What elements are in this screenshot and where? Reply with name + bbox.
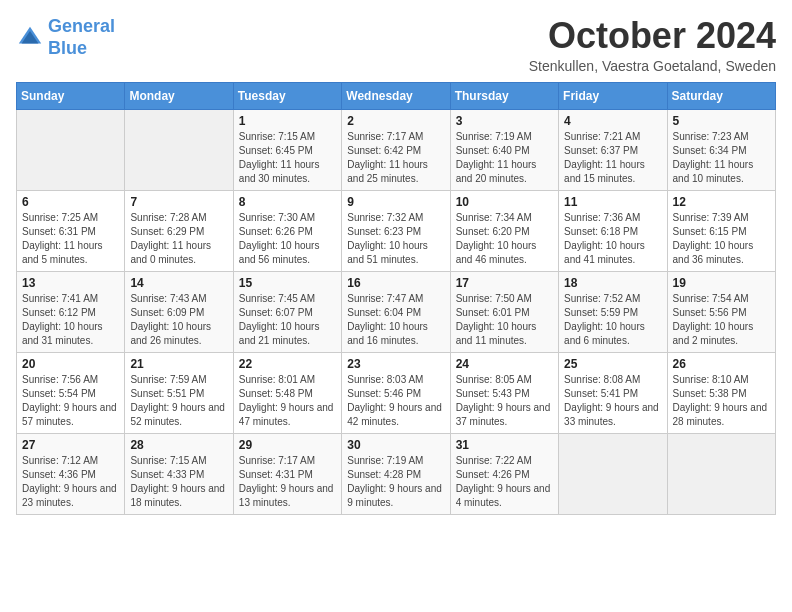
day-detail: Sunrise: 7:12 AMSunset: 4:36 PMDaylight:… — [22, 454, 119, 510]
calendar-cell: 25Sunrise: 8:08 AMSunset: 5:41 PMDayligh… — [559, 352, 667, 433]
logo-line2: Blue — [48, 38, 87, 58]
calendar-cell: 21Sunrise: 7:59 AMSunset: 5:51 PMDayligh… — [125, 352, 233, 433]
calendar-cell: 9Sunrise: 7:32 AMSunset: 6:23 PMDaylight… — [342, 190, 450, 271]
calendar-header-row: SundayMondayTuesdayWednesdayThursdayFrid… — [17, 82, 776, 109]
day-number: 22 — [239, 357, 336, 371]
day-detail: Sunrise: 7:17 AMSunset: 4:31 PMDaylight:… — [239, 454, 336, 510]
day-detail: Sunrise: 7:43 AMSunset: 6:09 PMDaylight:… — [130, 292, 227, 348]
calendar-cell — [667, 433, 775, 514]
day-detail: Sunrise: 8:01 AMSunset: 5:48 PMDaylight:… — [239, 373, 336, 429]
day-detail: Sunrise: 7:45 AMSunset: 6:07 PMDaylight:… — [239, 292, 336, 348]
day-number: 28 — [130, 438, 227, 452]
calendar-cell: 29Sunrise: 7:17 AMSunset: 4:31 PMDayligh… — [233, 433, 341, 514]
day-detail: Sunrise: 7:32 AMSunset: 6:23 PMDaylight:… — [347, 211, 444, 267]
day-detail: Sunrise: 7:15 AMSunset: 4:33 PMDaylight:… — [130, 454, 227, 510]
calendar-week-row: 13Sunrise: 7:41 AMSunset: 6:12 PMDayligh… — [17, 271, 776, 352]
calendar-cell: 20Sunrise: 7:56 AMSunset: 5:54 PMDayligh… — [17, 352, 125, 433]
calendar-cell: 8Sunrise: 7:30 AMSunset: 6:26 PMDaylight… — [233, 190, 341, 271]
logo-line1: General — [48, 16, 115, 36]
day-number: 3 — [456, 114, 553, 128]
calendar-cell: 7Sunrise: 7:28 AMSunset: 6:29 PMDaylight… — [125, 190, 233, 271]
calendar-cell: 12Sunrise: 7:39 AMSunset: 6:15 PMDayligh… — [667, 190, 775, 271]
day-detail: Sunrise: 7:19 AMSunset: 4:28 PMDaylight:… — [347, 454, 444, 510]
calendar-cell: 27Sunrise: 7:12 AMSunset: 4:36 PMDayligh… — [17, 433, 125, 514]
day-detail: Sunrise: 7:36 AMSunset: 6:18 PMDaylight:… — [564, 211, 661, 267]
day-number: 18 — [564, 276, 661, 290]
day-detail: Sunrise: 7:25 AMSunset: 6:31 PMDaylight:… — [22, 211, 119, 267]
calendar-table: SundayMondayTuesdayWednesdayThursdayFrid… — [16, 82, 776, 515]
calendar-cell: 28Sunrise: 7:15 AMSunset: 4:33 PMDayligh… — [125, 433, 233, 514]
weekday-header: Wednesday — [342, 82, 450, 109]
day-detail: Sunrise: 7:47 AMSunset: 6:04 PMDaylight:… — [347, 292, 444, 348]
calendar-cell: 31Sunrise: 7:22 AMSunset: 4:26 PMDayligh… — [450, 433, 558, 514]
day-detail: Sunrise: 8:10 AMSunset: 5:38 PMDaylight:… — [673, 373, 770, 429]
day-number: 26 — [673, 357, 770, 371]
weekday-header: Friday — [559, 82, 667, 109]
day-number: 13 — [22, 276, 119, 290]
calendar-cell: 16Sunrise: 7:47 AMSunset: 6:04 PMDayligh… — [342, 271, 450, 352]
day-number: 19 — [673, 276, 770, 290]
day-detail: Sunrise: 7:56 AMSunset: 5:54 PMDaylight:… — [22, 373, 119, 429]
calendar-cell: 11Sunrise: 7:36 AMSunset: 6:18 PMDayligh… — [559, 190, 667, 271]
calendar-cell — [559, 433, 667, 514]
calendar-cell: 3Sunrise: 7:19 AMSunset: 6:40 PMDaylight… — [450, 109, 558, 190]
calendar-cell: 13Sunrise: 7:41 AMSunset: 6:12 PMDayligh… — [17, 271, 125, 352]
calendar-cell: 1Sunrise: 7:15 AMSunset: 6:45 PMDaylight… — [233, 109, 341, 190]
day-detail: Sunrise: 7:34 AMSunset: 6:20 PMDaylight:… — [456, 211, 553, 267]
weekday-header: Sunday — [17, 82, 125, 109]
day-detail: Sunrise: 7:15 AMSunset: 6:45 PMDaylight:… — [239, 130, 336, 186]
day-detail: Sunrise: 7:30 AMSunset: 6:26 PMDaylight:… — [239, 211, 336, 267]
calendar-cell: 24Sunrise: 8:05 AMSunset: 5:43 PMDayligh… — [450, 352, 558, 433]
weekday-header: Thursday — [450, 82, 558, 109]
day-detail: Sunrise: 7:22 AMSunset: 4:26 PMDaylight:… — [456, 454, 553, 510]
day-number: 10 — [456, 195, 553, 209]
day-number: 9 — [347, 195, 444, 209]
weekday-header: Tuesday — [233, 82, 341, 109]
day-number: 25 — [564, 357, 661, 371]
calendar-cell: 6Sunrise: 7:25 AMSunset: 6:31 PMDaylight… — [17, 190, 125, 271]
day-number: 8 — [239, 195, 336, 209]
day-detail: Sunrise: 8:03 AMSunset: 5:46 PMDaylight:… — [347, 373, 444, 429]
calendar-week-row: 1Sunrise: 7:15 AMSunset: 6:45 PMDaylight… — [17, 109, 776, 190]
day-detail: Sunrise: 7:39 AMSunset: 6:15 PMDaylight:… — [673, 211, 770, 267]
day-detail: Sunrise: 7:54 AMSunset: 5:56 PMDaylight:… — [673, 292, 770, 348]
calendar-cell: 15Sunrise: 7:45 AMSunset: 6:07 PMDayligh… — [233, 271, 341, 352]
day-number: 23 — [347, 357, 444, 371]
calendar-cell: 18Sunrise: 7:52 AMSunset: 5:59 PMDayligh… — [559, 271, 667, 352]
day-number: 12 — [673, 195, 770, 209]
calendar-cell: 19Sunrise: 7:54 AMSunset: 5:56 PMDayligh… — [667, 271, 775, 352]
weekday-header: Saturday — [667, 82, 775, 109]
day-number: 24 — [456, 357, 553, 371]
day-detail: Sunrise: 7:28 AMSunset: 6:29 PMDaylight:… — [130, 211, 227, 267]
weekday-header: Monday — [125, 82, 233, 109]
logo-icon — [16, 24, 44, 52]
calendar-cell: 22Sunrise: 8:01 AMSunset: 5:48 PMDayligh… — [233, 352, 341, 433]
calendar-cell: 30Sunrise: 7:19 AMSunset: 4:28 PMDayligh… — [342, 433, 450, 514]
day-number: 7 — [130, 195, 227, 209]
day-detail: Sunrise: 8:05 AMSunset: 5:43 PMDaylight:… — [456, 373, 553, 429]
location-subtitle: Stenkullen, Vaestra Goetaland, Sweden — [529, 58, 776, 74]
day-number: 6 — [22, 195, 119, 209]
day-detail: Sunrise: 7:21 AMSunset: 6:37 PMDaylight:… — [564, 130, 661, 186]
calendar-cell: 17Sunrise: 7:50 AMSunset: 6:01 PMDayligh… — [450, 271, 558, 352]
logo: General Blue — [16, 16, 115, 59]
day-detail: Sunrise: 8:08 AMSunset: 5:41 PMDaylight:… — [564, 373, 661, 429]
calendar-cell: 14Sunrise: 7:43 AMSunset: 6:09 PMDayligh… — [125, 271, 233, 352]
calendar-week-row: 6Sunrise: 7:25 AMSunset: 6:31 PMDaylight… — [17, 190, 776, 271]
day-number: 20 — [22, 357, 119, 371]
day-number: 4 — [564, 114, 661, 128]
day-number: 31 — [456, 438, 553, 452]
calendar-cell: 2Sunrise: 7:17 AMSunset: 6:42 PMDaylight… — [342, 109, 450, 190]
month-title: October 2024 — [529, 16, 776, 56]
day-number: 1 — [239, 114, 336, 128]
calendar-week-row: 27Sunrise: 7:12 AMSunset: 4:36 PMDayligh… — [17, 433, 776, 514]
day-number: 16 — [347, 276, 444, 290]
day-number: 21 — [130, 357, 227, 371]
calendar-cell: 26Sunrise: 8:10 AMSunset: 5:38 PMDayligh… — [667, 352, 775, 433]
day-number: 17 — [456, 276, 553, 290]
calendar-cell — [125, 109, 233, 190]
day-detail: Sunrise: 7:41 AMSunset: 6:12 PMDaylight:… — [22, 292, 119, 348]
calendar-cell — [17, 109, 125, 190]
day-number: 15 — [239, 276, 336, 290]
calendar-cell: 4Sunrise: 7:21 AMSunset: 6:37 PMDaylight… — [559, 109, 667, 190]
